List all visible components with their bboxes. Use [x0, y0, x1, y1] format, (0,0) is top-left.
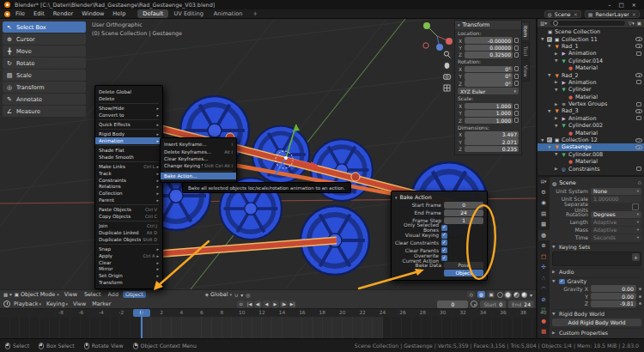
property-value[interactable]: Adaptive — [591, 219, 641, 226]
menu-item[interactable]: Shade Flat — [95, 147, 162, 154]
proportional-edit-icon[interactable]: ◎ — [246, 292, 250, 298]
expand-arrow-icon[interactable]: ▶ — [555, 102, 559, 106]
properties-tab[interactable]: ✢ — [538, 263, 550, 273]
add-rigid-body-world-button[interactable]: Add Rigid Body World — [552, 319, 641, 327]
expand-arrow-icon[interactable]: ▼ — [548, 44, 552, 48]
location-field[interactable]: -0.00000 — [465, 37, 513, 44]
playhead[interactable] — [141, 309, 143, 338]
outliner-row[interactable]: Material — [538, 94, 644, 100]
viewport-menu[interactable]: View — [62, 291, 80, 298]
shading-wireframe-icon[interactable] — [497, 292, 503, 298]
shading-rendered-icon[interactable] — [521, 292, 527, 298]
editor-type-icon[interactable] — [3, 291, 12, 298]
workspace-tab[interactable]: + — [247, 9, 263, 18]
timeline-track[interactable] — [0, 317, 536, 338]
transport-button[interactable]: ▶| — [289, 300, 296, 308]
expand-arrow-icon[interactable]: ▼ — [555, 152, 559, 156]
visibility-eye-icon[interactable] — [635, 44, 642, 48]
menubar-menu[interactable]: Edit — [29, 10, 49, 17]
property-value[interactable] — [591, 203, 641, 210]
menubar-menu[interactable]: Render — [49, 10, 77, 17]
menu-item[interactable]: Set Origin ▸ — [95, 272, 162, 279]
outliner-row[interactable]: ▶ Animation — [538, 50, 644, 57]
tool-button[interactable]: ↖ Select Box — [3, 21, 86, 33]
bake-field-input[interactable]: 1 — [444, 217, 483, 224]
render-layer-selector[interactable]: ▦ RenderLayer × — [585, 10, 640, 18]
tool-button[interactable]: ∠ Measure — [3, 106, 86, 117]
transport-button[interactable]: ◀| — [254, 300, 262, 308]
mode-dropdown[interactable]: Object Mode — [15, 291, 59, 298]
expand-arrow-icon[interactable]: ▼ — [555, 88, 559, 92]
timeline-menu[interactable]: Keying ▾ — [46, 300, 68, 307]
shading-dropdown-icon[interactable]: ▾ — [530, 292, 532, 298]
bake-field-input[interactable]: 0 — [444, 202, 483, 209]
checkbox-checked-icon[interactable] — [441, 247, 447, 253]
workspace-tab[interactable]: Default — [137, 9, 168, 18]
menu-item[interactable]: Delete Global — [95, 88, 162, 95]
outliner-row[interactable]: Material — [538, 158, 644, 165]
workspace-tab[interactable]: UV Editing — [168, 9, 208, 18]
expand-arrow-icon[interactable]: ▼ — [541, 138, 545, 143]
bake-field-input[interactable]: 24 — [444, 209, 483, 216]
menubar-menu[interactable]: Window — [77, 10, 108, 17]
shading-solid-icon[interactable] — [505, 292, 511, 298]
sidebar-tab[interactable]: Tool — [522, 42, 530, 60]
expand-arrow-icon[interactable]: ▶ — [555, 52, 559, 56]
outliner-row[interactable]: ▼ Cylinder.002 — [538, 122, 644, 129]
expand-arrow-icon[interactable]: ▼ — [548, 145, 552, 149]
menu-item[interactable]: Apply Ctrl A ▸ — [95, 252, 162, 259]
expand-arrow-icon[interactable]: ▼ — [548, 109, 552, 113]
location-field[interactable]: 0.32500 — [465, 52, 513, 58]
outliner-filter-icon[interactable]: ▽▾ — [629, 21, 635, 26]
tool-button[interactable]: ▧ Scale — [3, 70, 86, 81]
scale-field[interactable]: 1.000 — [465, 110, 513, 117]
collection-checkbox[interactable] — [547, 137, 552, 143]
gravity-value-field[interactable]: 0.00 — [591, 293, 636, 300]
render-layer-unlink-icon[interactable]: × — [632, 11, 636, 17]
outliner-row[interactable]: Scene Collection — [538, 28, 644, 35]
expand-arrow-icon[interactable]: ▼ — [555, 58, 559, 63]
transform-panel-header[interactable]: Transform — [455, 21, 521, 29]
rotation-field[interactable]: 0° — [465, 66, 513, 73]
tool-button[interactable]: ⊕ Cursor — [3, 33, 86, 45]
keying-sets-list[interactable] — [552, 252, 641, 266]
visibility-eye-icon[interactable] — [635, 37, 642, 41]
outliner-row[interactable]: ▼ Cylinder.008 — [538, 151, 644, 158]
outliner-display-mode-icon[interactable]: ▥▾ — [540, 21, 547, 26]
outliner-row[interactable]: ▶ Constraints — [538, 165, 644, 172]
rotation-mode-dropdown[interactable]: XYZ Euler — [458, 88, 519, 94]
properties-tab[interactable]: ▦ — [538, 220, 550, 230]
menu-item[interactable]: Make Links Ctrl L ▸ — [95, 163, 162, 170]
rotation-field[interactable]: 0° — [465, 73, 513, 80]
menu-item[interactable]: Clear ▸ — [95, 259, 162, 266]
property-value[interactable]: Adaptive — [591, 227, 641, 234]
outliner-row[interactable]: Material — [538, 64, 644, 71]
sidebar-tab[interactable]: View — [522, 61, 530, 82]
snap-target-dropdown[interactable]: ▾ — [240, 292, 243, 298]
tool-button[interactable]: ↻ Rotate — [3, 58, 86, 69]
visibility-eye-icon[interactable] — [635, 73, 642, 77]
menu-item[interactable]: Convert to ▸ — [95, 112, 162, 118]
transport-button[interactable]: |▶ — [280, 300, 288, 308]
gravity-section[interactable]: ▼ Gravity — [552, 277, 641, 286]
menu-item[interactable]: Join Ctrl J — [95, 222, 162, 229]
dimension-field[interactable]: 2.071 — [465, 138, 519, 145]
expand-arrow-icon[interactable]: ▶ — [555, 167, 559, 171]
transport-button[interactable]: ◀ — [263, 300, 270, 308]
workspace-tab[interactable]: Animation — [209, 9, 248, 18]
lock-icon[interactable] — [514, 52, 519, 58]
bake-data-pose-option[interactable]: Pose — [444, 262, 483, 269]
expand-arrow-icon[interactable]: ▶ — [555, 80, 559, 84]
properties-tab[interactable]: ⚙ — [538, 187, 550, 197]
submenu-item[interactable]: Insert Keyframe... I — [161, 141, 236, 148]
expand-arrow-icon[interactable]: ▼ — [555, 124, 559, 128]
shading-material-icon[interactable] — [513, 292, 519, 298]
bake-data-object-option[interactable]: Object — [444, 270, 483, 276]
menu-item[interactable]: Parent ▸ — [95, 197, 162, 203]
menu-item[interactable]: Paste Objects Ctrl V — [95, 206, 162, 213]
menubar-menu[interactable]: File — [11, 10, 29, 17]
menu-item[interactable]: Relations ▸ — [95, 184, 162, 191]
outliner-row[interactable]: ▼ Rad_3 — [538, 107, 644, 114]
expand-arrow-icon[interactable]: ▼ — [541, 37, 545, 41]
end-frame-field[interactable]: End 24 — [508, 300, 534, 308]
